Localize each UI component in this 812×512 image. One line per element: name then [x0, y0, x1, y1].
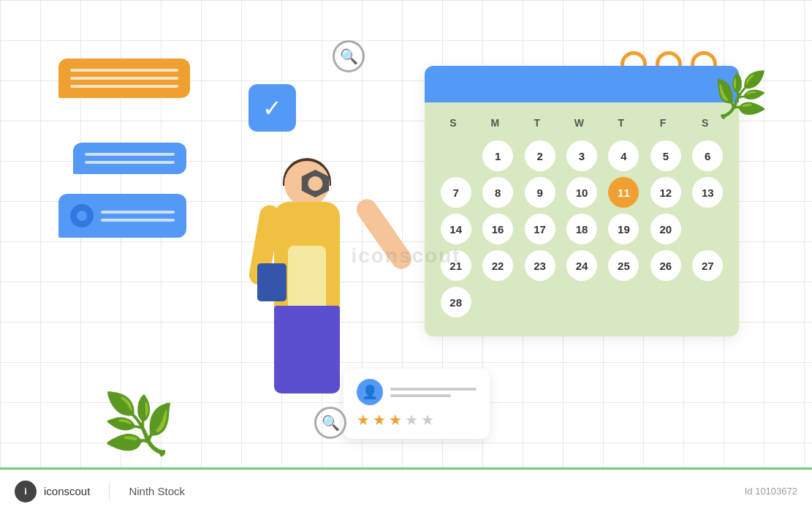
- cal-day-7: 7: [441, 177, 471, 208]
- star-3: ★: [389, 411, 402, 429]
- plant-right: 🌿: [713, 73, 768, 117]
- cal-day-28: 28: [441, 287, 471, 317]
- cal-day-12: 12: [650, 177, 681, 208]
- cal-day-t1: T: [520, 110, 554, 136]
- hex-inner: [308, 176, 322, 191]
- calendar-week-1: 1 2 3 4 5 6: [436, 139, 727, 173]
- cal-day-m: M: [478, 110, 512, 136]
- cal-day-1: 1: [482, 140, 513, 171]
- cal-day-11-highlighted: 11: [608, 177, 639, 208]
- calendar-week-2: 7 8 9 10 11 12 13: [436, 176, 727, 209]
- cal-day-26: 26: [650, 250, 681, 281]
- star-4: ★: [405, 411, 418, 429]
- chat-line: [70, 85, 178, 88]
- cal-day-4: 4: [608, 140, 639, 171]
- tablet: [257, 263, 287, 301]
- checkmark-box: ✓: [248, 84, 296, 132]
- review-line-2: [390, 394, 451, 397]
- star-2: ★: [373, 411, 386, 429]
- calendar-week-3: 14 16 17 18 19 20: [436, 212, 727, 246]
- chat-line: [70, 77, 178, 80]
- cal-day-f: F: [646, 110, 680, 136]
- cal-day-18: 18: [566, 214, 597, 244]
- review-line-1: [390, 388, 477, 391]
- star-5: ★: [421, 411, 434, 429]
- reviewer-avatar: 👤: [357, 379, 383, 405]
- chat-bubble-orange: [58, 59, 190, 98]
- pants: [274, 306, 340, 394]
- arm-right: [353, 195, 416, 273]
- illustration-container: 🔍 ✓ S M T: [0, 0, 812, 512]
- cal-day-8: 8: [482, 177, 513, 208]
- calendar: S M T W T F S 1 2 3 4 5 6 7 8: [425, 66, 739, 336]
- chat-bubble-blue-2: [58, 194, 186, 238]
- cal-empty: [436, 139, 470, 173]
- chat-line: [70, 69, 178, 72]
- cal-day-21: 21: [441, 250, 471, 281]
- cal-day-w: W: [562, 110, 596, 136]
- calendar-header: [425, 66, 739, 102]
- cal-day-2: 2: [525, 140, 555, 171]
- review-top: 👤: [357, 379, 477, 405]
- footer-brand-name: iconscout: [44, 485, 90, 497]
- head: [284, 161, 330, 206]
- cal-day-25: 25: [608, 250, 639, 281]
- calendar-body: S M T W T F S 1 2 3 4 5 6 7 8: [425, 102, 739, 336]
- cal-day-16: 16: [482, 214, 513, 244]
- search-icon-bottom: 🔍: [314, 407, 346, 439]
- cal-day-14: 14: [441, 214, 471, 244]
- plant-left: 🌿: [102, 395, 175, 453]
- footer-provider: Ninth Stock: [129, 485, 185, 497]
- chat-bubble-blue-1: [73, 143, 186, 174]
- calendar-days-header: S M T W T F S: [436, 110, 727, 136]
- cal-day-19: 19: [608, 214, 639, 244]
- chat-line: [101, 211, 175, 214]
- chat-line: [85, 161, 175, 164]
- chat-lines: [101, 211, 175, 222]
- footer-asset-id: Id 10103672: [745, 486, 797, 497]
- cal-day-23: 23: [525, 250, 555, 281]
- star-rating: ★ ★ ★ ★ ★: [357, 411, 477, 429]
- footer: i iconscout Ninth Stock Id 10103672: [0, 470, 812, 512]
- cal-day-6: 6: [692, 140, 723, 171]
- hex-badge-icon: [301, 170, 329, 197]
- cal-day-3: 3: [566, 140, 597, 171]
- review-text-lines: [390, 388, 477, 397]
- calendar-week-5: 28: [436, 285, 727, 319]
- chat-line: [101, 219, 175, 222]
- search-icon-top: 🔍: [333, 40, 365, 72]
- avatar: [70, 204, 94, 227]
- cal-day-9: 9: [525, 177, 555, 208]
- footer-left: i iconscout Ninth Stock: [15, 481, 185, 502]
- cal-day-13: 13: [692, 177, 723, 208]
- calendar-week-4: 21 22 23 24 25 26 27: [436, 249, 727, 282]
- cal-day-22: 22: [482, 250, 513, 281]
- footer-divider: [109, 483, 110, 500]
- cal-day-20: 20: [650, 214, 681, 244]
- cal-day-24: 24: [566, 250, 597, 281]
- footer-logo: i: [15, 481, 37, 502]
- cal-day-17: 17: [525, 214, 555, 244]
- cal-day-10: 10: [566, 177, 597, 208]
- chat-line: [85, 153, 175, 156]
- cal-day-5: 5: [650, 140, 681, 171]
- review-card: 👤 ★ ★ ★ ★ ★: [344, 369, 490, 439]
- checkmark-icon: ✓: [262, 94, 282, 122]
- cal-day-27: 27: [692, 250, 723, 281]
- cal-day-t2: T: [604, 110, 638, 136]
- star-1: ★: [357, 411, 370, 429]
- cal-day-s1: S: [436, 110, 470, 136]
